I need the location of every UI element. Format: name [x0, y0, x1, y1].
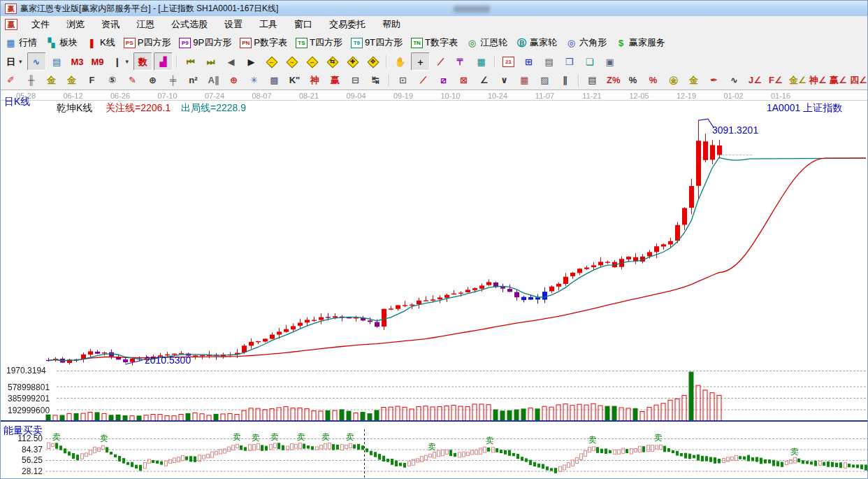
winner-service-button[interactable]: $赢家服务 — [612, 34, 669, 52]
thin-candle-button[interactable]: ❙▾ — [108, 52, 133, 71]
draw-pen-button[interactable]: ✐ — [1, 71, 20, 90]
f-grid-button[interactable]: F — [82, 71, 101, 90]
menu-item-2[interactable]: 资讯 — [93, 16, 128, 33]
shen-button[interactable]: 神 — [305, 71, 324, 90]
grid-red-button[interactable]: ▦ — [515, 71, 534, 90]
parallel-button[interactable]: ∥ — [556, 71, 574, 90]
next-button[interactable]: ▶ — [242, 52, 261, 71]
stats-button[interactable]: ▤ — [583, 71, 602, 90]
sectors-button[interactable]: ▚板块 — [42, 34, 81, 52]
ying-angle-button[interactable]: 赢∠ — [826, 71, 845, 90]
save-button[interactable]: ❒ — [560, 52, 579, 71]
last-page-button[interactable]: ⏭ — [201, 52, 220, 71]
crosshair-button[interactable]: ＋ — [411, 52, 430, 71]
gold-grid2-button[interactable]: 金 — [62, 71, 81, 90]
curve-zoom-button[interactable]: ∿ — [27, 52, 46, 71]
winner-wheel-button[interactable]: Ⓑ赢家轮 — [512, 34, 560, 52]
diamond-left-button[interactable]: ← — [262, 52, 281, 71]
a-channel-button[interactable]: A∥ — [204, 71, 223, 90]
market-quotes-button[interactable]: ▦行情 — [1, 34, 41, 52]
hexagon-button[interactable]: ◎六角形 — [562, 34, 610, 52]
box-plus-button[interactable]: ⊡ — [393, 71, 412, 90]
box-x-button[interactable]: ⊠ — [454, 71, 473, 90]
calendar-button[interactable]: 21 — [499, 52, 518, 71]
9p-square-button[interactable]: P99P四方形 — [175, 34, 235, 52]
compress-button[interactable]: ▦ — [472, 52, 491, 71]
histogram-button[interactable]: ▟ — [154, 52, 173, 71]
brush-icon: ✒ — [708, 74, 720, 86]
t-square-button[interactable]: TST四方形 — [292, 34, 346, 52]
gold-circle-button[interactable]: ㊎ — [664, 71, 683, 90]
date-tick-label: 11-07 — [530, 92, 560, 100]
gold-angle-button[interactable]: 金∠ — [786, 71, 804, 90]
menu-item-9[interactable]: 帮助 — [374, 16, 409, 33]
wave9-button[interactable]: M9 — [88, 52, 107, 71]
starburst-button[interactable]: ✳ — [245, 71, 263, 90]
f-angle-button[interactable]: F∠ — [765, 71, 784, 90]
menu-item-7[interactable]: 窗口 — [286, 16, 321, 33]
print-button[interactable]: ▣ — [600, 52, 619, 71]
target-red-button[interactable]: ⊕ — [224, 71, 243, 90]
gann-tool-button[interactable]: 〒 — [451, 52, 470, 71]
number-chart-button[interactable]: 数 — [133, 52, 152, 71]
web-button[interactable]: ❏ — [580, 52, 599, 71]
menu-item-5[interactable]: 设置 — [216, 16, 251, 33]
si-angle-button[interactable]: 四∠ — [846, 71, 865, 90]
grid-tool-button[interactable]: ╫ — [22, 71, 41, 90]
angle-fan-button[interactable]: ∠ — [475, 71, 493, 90]
diamond-hswap-button[interactable]: ↔ — [303, 52, 321, 71]
matrix-button[interactable]: ▩ — [265, 71, 284, 90]
n2-button[interactable]: n² — [184, 71, 203, 90]
spiral-button[interactable]: ⑤ — [103, 71, 122, 90]
diamond-cross-button[interactable]: ✚ — [343, 52, 362, 71]
ruler-button[interactable]: ⊟ — [346, 71, 365, 90]
percent-line-button[interactable]: % — [644, 71, 663, 90]
notes-button[interactable]: ▤ — [540, 52, 558, 71]
prev-button[interactable]: ◀ — [222, 52, 240, 71]
menu-item-1[interactable]: 浏览 — [58, 16, 93, 33]
candle-icon: ❚ — [86, 37, 98, 49]
t-number-table-button[interactable]: TNT数字表 — [407, 34, 461, 52]
fan-box-button[interactable]: ⧄ — [434, 71, 453, 90]
stats-icon: ▤ — [586, 74, 598, 86]
date-tick-label: 06-12 — [58, 92, 89, 100]
f10-report-button[interactable]: ▤ — [48, 52, 66, 71]
j-angle-button[interactable]: J∠ — [745, 71, 764, 90]
period-selector[interactable]: 日▾ — [1, 52, 26, 71]
width-button[interactable]: ↹ — [366, 71, 385, 90]
diamond-swap-button[interactable]: ⇆ — [323, 52, 342, 71]
shen-angle-button[interactable]: 神∠ — [806, 71, 825, 90]
kline-button[interactable]: ❚K线 — [82, 34, 119, 52]
ying-button[interactable]: 赢 — [326, 71, 345, 90]
percent-button[interactable]: % — [623, 71, 642, 90]
menu-item-4[interactable]: 公式选股 — [163, 16, 216, 33]
grid-arrow-button[interactable]: ▨ — [535, 71, 554, 90]
9t-square-button[interactable]: T99T四方形 — [347, 34, 406, 52]
brush-button[interactable]: ✒ — [704, 71, 723, 90]
menu-item-6[interactable]: 工具 — [251, 16, 286, 33]
hand-pan-button[interactable]: ✋ — [391, 52, 410, 71]
diamond-move-button[interactable]: ✥ — [363, 52, 382, 71]
clock-circle-button[interactable]: ⊕ — [143, 71, 162, 90]
zigzag-button[interactable]: ∨ — [495, 71, 514, 90]
diamond-right-button[interactable]: → — [282, 52, 301, 71]
k-quote-button[interactable]: K" — [285, 71, 304, 90]
gann-wheel-button[interactable]: ◎江恩轮 — [463, 34, 511, 52]
grid-small-button[interactable]: ╪ — [164, 71, 182, 90]
gold-grid1-button[interactable]: 金 — [42, 71, 61, 90]
fan-red-button[interactable]: ⟋ — [414, 71, 433, 90]
zpercent-button[interactable]: Z% — [603, 71, 622, 90]
menu-item-3[interactable]: 江恩 — [128, 16, 163, 33]
trendline-button[interactable]: ⟋ — [431, 52, 450, 71]
menu-item-8[interactable]: 交易委托 — [321, 16, 374, 33]
wave-a-button[interactable]: ∿ — [725, 71, 744, 90]
calculator-button[interactable]: ⊞ — [519, 52, 538, 71]
p-square-button[interactable]: PSP四方形 — [120, 34, 175, 52]
p-number-table-button[interactable]: PNP数字表 — [236, 34, 291, 52]
red-pen-button[interactable]: ✎ — [123, 71, 142, 90]
wave3-button[interactable]: M3 — [68, 52, 87, 71]
title-bar[interactable]: 赢 赢家江恩专业版[赢家内部服务平台] - [上证指数 SH1A0001-167… — [1, 1, 867, 17]
first-page-button[interactable]: ⏮ — [181, 52, 200, 71]
gold-line-button[interactable]: 金 — [684, 71, 703, 90]
menu-item-0[interactable]: 文件 — [23, 16, 58, 33]
